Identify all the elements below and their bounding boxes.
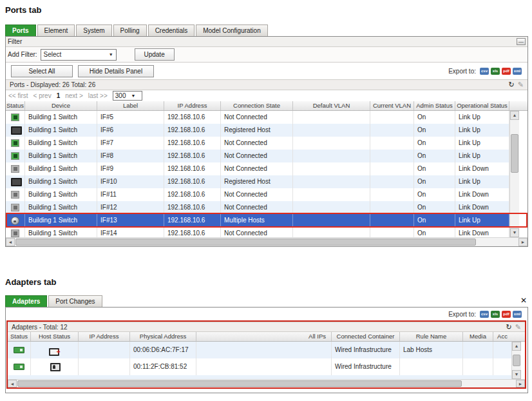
scroll-left-icon[interactable]: ◄ [8, 380, 17, 387]
page-size-select[interactable]: 300 ▼ [113, 91, 142, 101]
tab-polling[interactable]: Polling [113, 24, 147, 36]
adapters-panel: Adapters Port Changes ✕ Export to: csv x… [5, 295, 528, 393]
col-device[interactable]: Device [25, 101, 97, 110]
port-up-icon [11, 152, 19, 160]
col-current-vlan[interactable]: Current VLAN [370, 101, 414, 110]
table-row[interactable]: Building 1 SwitchIF#6 192.168.10.6Regist… [6, 124, 509, 137]
actions-row: Select All Hide Details Panel Export to:… [6, 63, 527, 79]
table-row-selected[interactable]: Building 1 SwitchIF#13 192.168.10.6Multi… [6, 214, 509, 227]
export-xls-icon[interactable]: xls [491, 311, 500, 318]
ports-rows-area: Building 1 SwitchIF#5 192.168.10.6Not Co… [6, 111, 527, 237]
vertical-scrollbar[interactable]: ▲ ▼ [511, 342, 521, 379]
col-media[interactable]: Media [463, 332, 493, 341]
pagination-prev[interactable]: < prev [33, 92, 52, 99]
export-pdf-icon[interactable]: pdf [502, 68, 511, 75]
ports-section-title: Ports tab [5, 5, 41, 15]
horizontal-scrollbar[interactable]: ◄ ► [8, 379, 525, 387]
export-pdf-icon[interactable]: pdf [502, 311, 511, 318]
scrollbar-thumb[interactable] [511, 134, 518, 173]
export-label: Export to: [448, 68, 476, 75]
filter-select-value: Select [44, 51, 62, 58]
minimize-icon[interactable]: — [517, 38, 526, 45]
refresh-icon[interactable]: ↻ [506, 324, 512, 331]
registered-host-icon [11, 178, 20, 186]
ports-summary-bar: Ports - Displayed: 26 Total: 26 ↻ ✎ [6, 79, 527, 90]
scrollbar-thumb[interactable] [17, 380, 462, 387]
table-row[interactable]: Building 1 SwitchIF#11 192.168.10.6Not C… [6, 188, 509, 201]
close-icon[interactable]: ✕ [520, 297, 527, 304]
tab-element[interactable]: Element [37, 24, 75, 36]
col-connected-container[interactable]: Connected Container [332, 332, 400, 341]
tab-model-configuration[interactable]: Model Configuration [196, 24, 268, 36]
vertical-scrollbar[interactable]: ▲ ▼ [509, 111, 519, 237]
select-all-button[interactable]: Select All [11, 65, 73, 77]
filter-bar: Filter — [6, 37, 527, 47]
scroll-left-icon[interactable]: ◄ [6, 238, 15, 246]
col-operational-status[interactable]: Operational Status [455, 101, 509, 110]
col-access[interactable]: Acc [493, 332, 511, 341]
table-row[interactable]: 00:06:D6:AC:7F:17 Wired Infrastructure L… [8, 342, 511, 358]
col-ip-address[interactable]: IP Address [164, 101, 221, 110]
col-connection-state[interactable]: Connection State [221, 101, 293, 110]
scroll-down-icon[interactable]: ▼ [510, 228, 519, 237]
col-default-vlan[interactable]: Default VLAN [293, 101, 370, 110]
port-down-icon [11, 230, 19, 237]
export-csv-icon[interactable]: csv [480, 311, 489, 318]
table-row[interactable]: Building 1 SwitchIF#8 192.168.10.6Not Co… [6, 150, 509, 162]
table-row[interactable]: Building 1 SwitchIF#7 192.168.10.6Not Co… [6, 137, 509, 150]
scroll-right-icon[interactable]: ► [516, 380, 525, 387]
update-button[interactable]: Update [135, 48, 175, 61]
export-xls-icon[interactable]: xls [491, 68, 500, 75]
pagination-row: << first < prev 1 next > last >> 300 ▼ [6, 90, 527, 101]
col-status[interactable]: Status [8, 332, 31, 341]
chevron-down-icon: ▼ [131, 93, 135, 98]
port-up-icon [11, 139, 19, 147]
table-row[interactable]: Building 1 SwitchIF#10 192.168.10.6Regis… [6, 175, 509, 188]
adapter-icon [14, 364, 24, 370]
col-admin-status[interactable]: Admin Status [414, 101, 455, 110]
scroll-up-icon[interactable]: ▲ [512, 342, 521, 351]
export-csv-icon[interactable]: csv [480, 68, 489, 75]
scroll-down-icon[interactable]: ▼ [512, 370, 521, 379]
port-up-icon [11, 113, 19, 121]
table-row[interactable]: 00:11:2F:CB:81:52 Wired Infrastructure [8, 358, 511, 375]
edit-icon[interactable]: ✎ [515, 324, 521, 331]
pagination-next[interactable]: next > [65, 92, 83, 99]
table-row[interactable]: Building 1 SwitchIF#12 192.168.10.6Not C… [6, 201, 509, 214]
scroll-right-icon[interactable]: ► [518, 238, 527, 246]
export-xml-icon[interactable]: xml [513, 311, 522, 318]
edit-icon[interactable]: ✎ [518, 81, 524, 88]
host-admin-icon [50, 363, 59, 371]
col-status[interactable]: Status [6, 101, 25, 110]
col-ip-address[interactable]: IP Address [79, 332, 130, 341]
chevron-down-icon: ▼ [109, 52, 113, 57]
col-host-status[interactable]: Host Status [31, 332, 79, 341]
table-row[interactable]: Building 1 SwitchIF#5 192.168.10.6Not Co… [6, 111, 509, 124]
tab-system[interactable]: System [76, 24, 111, 36]
header-spacer [509, 101, 519, 110]
col-label[interactable]: Label [97, 101, 164, 110]
tab-ports[interactable]: Ports [5, 24, 36, 36]
tab-credentials[interactable]: Credentials [148, 24, 195, 36]
ports-export-group: Export to: csv xls pdf xml [448, 68, 522, 75]
table-row[interactable]: Building 1 SwitchIF#9 192.168.10.6Not Co… [6, 162, 509, 175]
tab-port-changes[interactable]: Port Changes [48, 295, 102, 307]
hide-details-panel-button[interactable]: Hide Details Panel [78, 65, 154, 77]
col-rule-name[interactable]: Rule Name [400, 332, 463, 341]
port-down-icon [11, 191, 19, 199]
col-physical-address[interactable]: Physical Address [130, 332, 196, 341]
col-all-ips[interactable]: All IPs [196, 332, 332, 341]
filter-select[interactable]: Select ▼ [41, 49, 117, 61]
adapters-summary-bar: Adapters - Total: 12 ↻ ✎ [8, 322, 525, 332]
export-xml-icon[interactable]: xml [513, 68, 522, 75]
scrollbar-thumb[interactable] [15, 239, 476, 246]
pagination-first[interactable]: << first [8, 92, 28, 99]
scroll-up-icon[interactable]: ▲ [510, 111, 519, 120]
refresh-icon[interactable]: ↻ [509, 81, 515, 88]
scrollbar-thumb[interactable] [513, 355, 520, 366]
tab-adapters[interactable]: Adapters [5, 295, 47, 307]
table-row[interactable]: Building 1 SwitchIF#14 192.168.10.6Not C… [6, 227, 509, 237]
pagination-last[interactable]: last >> [88, 92, 108, 99]
horizontal-scrollbar[interactable]: ◄ ► [6, 237, 527, 246]
multiple-hosts-icon [11, 217, 19, 225]
